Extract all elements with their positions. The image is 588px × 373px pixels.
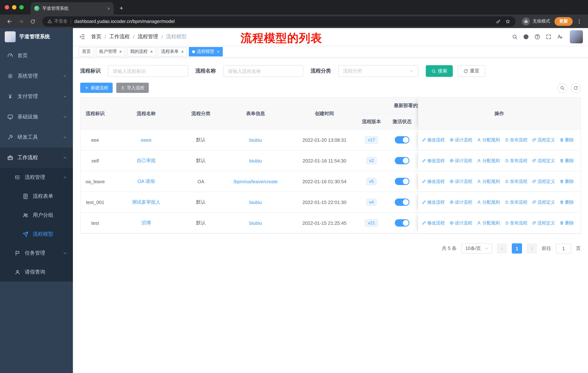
- design-process-link[interactable]: 设计流程: [449, 220, 472, 226]
- design-process-link[interactable]: 设计流程: [449, 158, 472, 164]
- process-definition-link[interactable]: 流程定义: [532, 199, 555, 205]
- toggle-search-button[interactable]: [557, 83, 567, 93]
- sidebar-item-workflow[interactable]: 工作流程: [0, 148, 73, 168]
- process-name-input[interactable]: [223, 65, 303, 77]
- publish-process-link[interactable]: 发布流程: [504, 220, 527, 226]
- delete-link[interactable]: 删除: [560, 199, 574, 205]
- refresh-table-button[interactable]: [571, 83, 581, 93]
- goto-page-input[interactable]: [556, 243, 571, 253]
- close-icon[interactable]: ×: [119, 49, 122, 54]
- search-button[interactable]: 搜索: [426, 65, 453, 77]
- user-avatar[interactable]: [570, 30, 583, 43]
- sidebar-item-process-form[interactable]: 流程表单: [0, 187, 73, 206]
- sidebar-logo[interactable]: 芋道管理系统: [0, 28, 73, 46]
- process-name-link[interactable]: 测试多审批人: [132, 199, 160, 205]
- tag-tenant-manage[interactable]: 租户管理 ×: [96, 47, 125, 56]
- browser-menu-icon[interactable]: [576, 18, 583, 24]
- close-icon[interactable]: ×: [181, 49, 184, 54]
- import-process-button[interactable]: 导入流程: [116, 83, 149, 93]
- sidebar-item-devtools[interactable]: 研发工具: [0, 127, 73, 148]
- close-icon[interactable]: ×: [217, 49, 220, 54]
- password-key-icon[interactable]: [496, 19, 501, 24]
- category-select[interactable]: 流程分类: [338, 65, 419, 77]
- page-size-select[interactable]: 10条/页: [461, 243, 492, 253]
- breadcrumb-workflow[interactable]: 工作流程: [109, 33, 130, 40]
- process-name-link[interactable]: eeee: [141, 137, 151, 143]
- sidebar-item-user-group[interactable]: 用户分组: [0, 206, 73, 225]
- assign-rule-link[interactable]: 分配规则: [477, 199, 500, 205]
- form-info-link[interactable]: biubiu: [249, 158, 262, 163]
- active-toggle[interactable]: [395, 157, 409, 164]
- create-process-button[interactable]: 新建流程: [80, 83, 113, 93]
- edit-process-link[interactable]: 修改流程: [422, 137, 445, 143]
- process-name-link[interactable]: OA 请假: [137, 179, 155, 184]
- browser-update-button[interactable]: 更新: [555, 17, 573, 26]
- tab-close-icon[interactable]: ×: [107, 6, 110, 11]
- edit-process-link[interactable]: 修改流程: [422, 220, 445, 226]
- active-toggle[interactable]: [395, 178, 409, 185]
- publish-process-link[interactable]: 发布流程: [504, 158, 527, 164]
- version-badge[interactable]: v5: [366, 178, 377, 185]
- process-definition-link[interactable]: 流程定义: [532, 178, 555, 184]
- assign-rule-link[interactable]: 分配规则: [477, 220, 500, 226]
- sidebar-item-infrastructure[interactable]: 基础设施: [0, 107, 73, 127]
- sidebar-item-payment[interactable]: 支付管理: [0, 86, 73, 107]
- publish-process-link[interactable]: 发布流程: [504, 199, 527, 205]
- tag-home[interactable]: 首页: [79, 47, 94, 56]
- font-size-icon[interactable]: [557, 34, 563, 40]
- process-id-input[interactable]: [108, 65, 188, 77]
- tag-process-form[interactable]: 流程表单 ×: [158, 47, 187, 56]
- new-tab-button[interactable]: +: [120, 5, 123, 11]
- version-badge[interactable]: v2: [366, 157, 377, 164]
- form-info-link[interactable]: biubiu: [249, 200, 262, 205]
- process-definition-link[interactable]: 流程定义: [532, 158, 555, 164]
- active-toggle[interactable]: [395, 136, 409, 143]
- design-process-link[interactable]: 设计流程: [449, 178, 472, 184]
- version-badge[interactable]: v21: [365, 219, 378, 227]
- next-page-button[interactable]: [527, 243, 537, 253]
- assign-rule-link[interactable]: 分配规则: [477, 137, 500, 143]
- tag-process-model[interactable]: 流程模型 ×: [189, 47, 223, 56]
- delete-link[interactable]: 删除: [560, 137, 574, 143]
- edit-process-link[interactable]: 修改流程: [422, 158, 445, 164]
- prev-page-button[interactable]: [497, 243, 507, 253]
- design-process-link[interactable]: 设计流程: [449, 199, 472, 205]
- active-toggle[interactable]: [395, 199, 409, 206]
- publish-process-link[interactable]: 发布流程: [504, 137, 527, 143]
- minimize-window-button[interactable]: [12, 5, 16, 10]
- sidebar-item-leave-query[interactable]: 请假查询: [0, 263, 73, 282]
- edit-process-link[interactable]: 修改流程: [422, 178, 445, 184]
- forward-button[interactable]: [17, 17, 26, 26]
- address-bar[interactable]: 不安全 dashboard.yudao.iocoder.cn/bpm/manag…: [42, 16, 515, 26]
- form-info-link[interactable]: biubiu: [249, 220, 262, 226]
- breadcrumb-process-manage[interactable]: 流程管理: [138, 33, 158, 40]
- reload-button[interactable]: [28, 17, 37, 26]
- form-info-link[interactable]: biubiu: [249, 137, 262, 143]
- bookmark-star-icon[interactable]: [505, 19, 510, 24]
- tag-my-process[interactable]: 我的流程 ×: [127, 47, 156, 56]
- page-number-button[interactable]: 1: [512, 243, 522, 253]
- collapse-sidebar-icon[interactable]: [79, 33, 85, 40]
- zoom-window-button[interactable]: [19, 5, 24, 10]
- sidebar-item-process-model[interactable]: 流程模型: [0, 225, 73, 244]
- help-icon[interactable]: [535, 34, 540, 40]
- design-process-link[interactable]: 设计流程: [449, 137, 472, 143]
- delete-link[interactable]: 删除: [560, 158, 574, 164]
- delete-link[interactable]: 删除: [560, 178, 574, 184]
- sidebar-item-home[interactable]: 首页: [0, 46, 73, 66]
- process-definition-link[interactable]: 流程定义: [532, 220, 555, 226]
- form-info-link[interactable]: /bpm/oa/leave/create: [233, 179, 278, 184]
- sidebar-item-task-manage[interactable]: 任务管理: [0, 244, 73, 263]
- process-definition-link[interactable]: 流程定义: [532, 137, 555, 143]
- publish-process-link[interactable]: 发布流程: [504, 178, 527, 184]
- reset-button[interactable]: 重置: [458, 65, 485, 77]
- process-name-link[interactable]: 滔博: [141, 220, 151, 225]
- sidebar-item-process-manage[interactable]: 流程管理: [0, 168, 73, 187]
- version-badge[interactable]: v4: [366, 199, 377, 206]
- security-chip[interactable]: 不安全: [47, 18, 67, 24]
- assign-rule-link[interactable]: 分配规则: [477, 158, 500, 164]
- version-badge[interactable]: v17: [365, 136, 378, 143]
- browser-tab[interactable]: 芋道管理系统 ×: [31, 2, 114, 15]
- github-icon[interactable]: [523, 34, 529, 40]
- breadcrumb-home[interactable]: 首页: [91, 33, 101, 40]
